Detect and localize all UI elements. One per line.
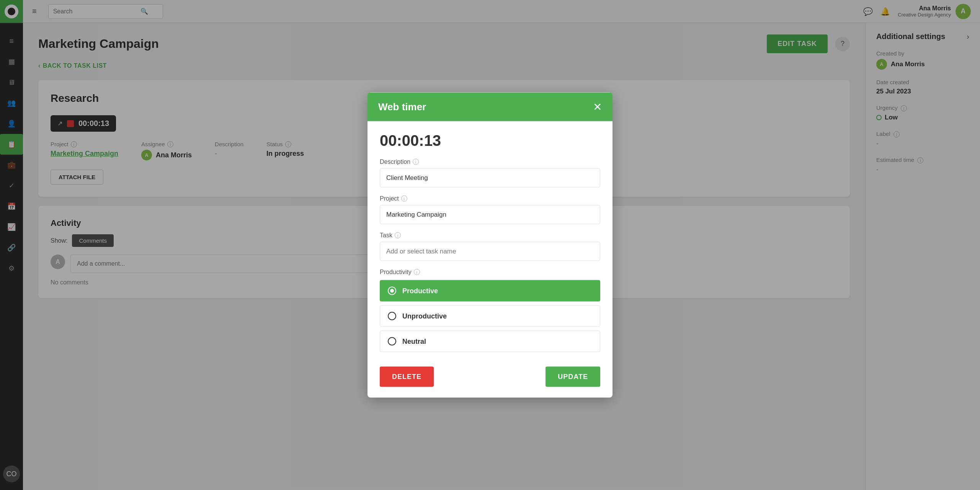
modal-task-label: Task i (380, 232, 600, 239)
neutral-label: Neutral (402, 337, 426, 345)
modal-header: Web timer ✕ (368, 93, 612, 121)
modal-title: Web timer (378, 101, 426, 113)
modal-timer-display: 00:00:13 (380, 132, 600, 149)
modal-body: 00:00:13 Description i Project i Task i (368, 121, 612, 367)
modal-description-input[interactable] (380, 168, 600, 188)
unproductive-option[interactable]: Unproductive (380, 305, 600, 327)
modal-close-button[interactable]: ✕ (593, 101, 602, 112)
modal-project-field: Project i (380, 195, 600, 224)
modal-productivity-label: Productivity i (380, 269, 600, 276)
modal-project-info-icon: i (401, 196, 407, 202)
neutral-option[interactable]: Neutral (380, 331, 600, 352)
modal-task-field: Task i (380, 232, 600, 261)
productive-label: Productive (402, 287, 438, 295)
modal-project-label: Project i (380, 195, 600, 202)
neutral-radio (388, 337, 396, 346)
unproductive-label: Unproductive (402, 312, 447, 320)
modal-productivity-info-icon: i (414, 269, 420, 275)
productive-radio (388, 287, 396, 295)
productive-radio-dot (390, 289, 394, 293)
modal-description-label: Description i (380, 158, 600, 165)
modal-task-input[interactable] (380, 242, 600, 261)
delete-button[interactable]: DELETE (380, 367, 434, 387)
web-timer-modal: Web timer ✕ 00:00:13 Description i Proje… (368, 93, 612, 398)
modal-footer: DELETE UPDATE (368, 367, 612, 398)
unproductive-radio (388, 312, 396, 320)
modal-description-field: Description i (380, 158, 600, 188)
modal-project-input[interactable] (380, 205, 600, 224)
update-button[interactable]: UPDATE (546, 367, 600, 387)
modal-description-info-icon: i (413, 159, 419, 165)
modal-task-info-icon: i (395, 232, 401, 238)
productive-option[interactable]: Productive (380, 280, 600, 302)
modal-productivity-section: Productivity i Productive Unproductive N… (380, 269, 600, 352)
